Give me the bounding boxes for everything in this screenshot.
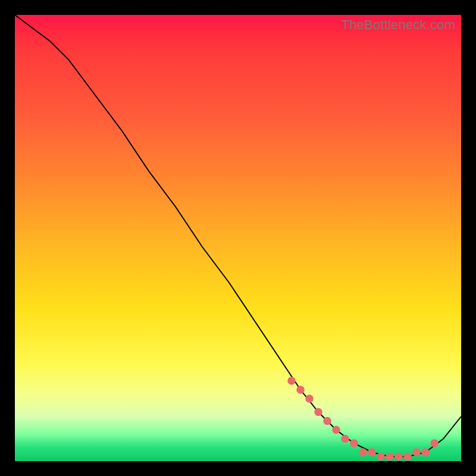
dot (305, 394, 314, 403)
dot (403, 453, 412, 461)
dot (421, 448, 430, 456)
dot (359, 448, 367, 456)
chart-frame: TheBottleneck.com (0, 0, 476, 476)
dot (430, 439, 439, 447)
dot (386, 453, 394, 461)
main-curve (15, 15, 461, 457)
chart-svg (15, 15, 461, 461)
dot (377, 453, 385, 461)
dot (296, 386, 305, 394)
dot (314, 408, 322, 416)
dot (394, 453, 403, 461)
dot (287, 377, 295, 385)
dot (341, 435, 349, 443)
dot (350, 439, 358, 447)
dot (368, 448, 376, 456)
dot (412, 448, 421, 456)
dot (332, 426, 340, 434)
plot-area: TheBottleneck.com (15, 15, 461, 461)
dot (323, 417, 331, 425)
